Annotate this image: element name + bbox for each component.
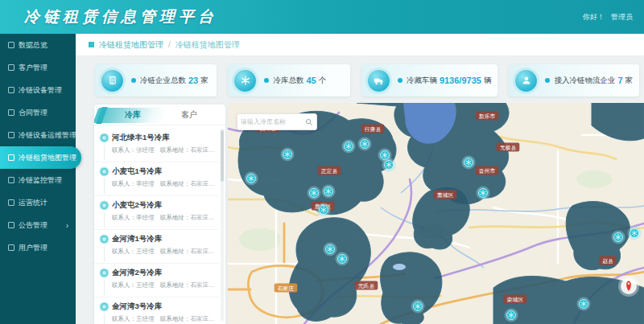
- park-area: [576, 170, 612, 188]
- sidebar-item-label: 用户管理: [19, 243, 47, 253]
- cold-storage-dot-icon: [101, 202, 108, 209]
- cold-storage-marker-11[interactable]: [324, 243, 337, 256]
- user-name: 管理员: [611, 12, 633, 23]
- sidebar-item-9[interactable]: 用户管理: [0, 236, 76, 259]
- menu-icon: [8, 87, 14, 93]
- stat-label: 冷藏车辆: [407, 76, 437, 86]
- stat-unit: 家: [625, 76, 634, 86]
- sidebar-item-8[interactable]: 公告管理›: [0, 214, 76, 236]
- storage-title: 金河湾1号冷库: [112, 234, 216, 244]
- chevron-right-icon: ›: [66, 221, 68, 230]
- stat-card-0: 冷链企业总数23家: [95, 64, 217, 96]
- cold-storage-dot-icon: [101, 269, 108, 277]
- stat-value: 45: [306, 76, 316, 85]
- district-label: 无极县: [497, 143, 520, 152]
- sidebar-item-label: 公告管理: [19, 220, 47, 231]
- list-scrollbar[interactable]: [221, 129, 224, 321]
- district-label: 晋州市: [476, 166, 499, 175]
- cold-storage-marker-14[interactable]: [505, 309, 518, 322]
- storage-list-panel: 冷库 客户 河北绿丰1号冷库联系人：张经理 联系地址：石家庄市长安区和平东路12…: [94, 105, 225, 324]
- storage-title: 金河湾2号冷库: [112, 268, 216, 278]
- sidebar-menu: 数据总览客户管理冷链设备管理合同管理冷链设备运维管理冷链租赁地图管理冷链监控管理…: [0, 34, 76, 324]
- breadcrumb: 冷链租赁地图管理 / 冷链租赁地图管理: [76, 34, 644, 56]
- storage-details: 联系人：王经理 联系地址：石家庄市桥西区中山西路68号: [112, 281, 216, 289]
- svg-text:石家庄: 石家庄: [278, 285, 295, 292]
- storage-list-item-1[interactable]: 小麦屯1号冷库联系人：李经理 联系地址：石家庄市正定县恒山东路88号: [94, 162, 219, 196]
- cold-storage-marker-2[interactable]: [308, 187, 321, 200]
- storage-list-item-5[interactable]: 金河湾3号冷库联系人：王经理 联系地址：石家庄市桥西区中山西路70号: [94, 297, 219, 324]
- cold-storage-marker-12[interactable]: [336, 252, 349, 266]
- cold-storage-marker-8[interactable]: [382, 158, 396, 172]
- tab-cold-storage[interactable]: 冷库: [125, 105, 141, 125]
- cold-storage-dot-icon: [101, 168, 108, 175]
- storage-list-item-4[interactable]: 金河湾2号冷库联系人：王经理 联系地址：石家庄市桥西区中山西路68号: [94, 264, 219, 297]
- map-canvas[interactable]: 灵寿县行唐县新乐市正定县无极县晋州市藁城区鹿泉区元氏县栾城区赵县石家庄: [228, 103, 644, 324]
- district-label: 赵县: [599, 256, 616, 265]
- search-icon[interactable]: [305, 118, 313, 126]
- storage-title: 金河湾3号冷库: [112, 301, 216, 312]
- svg-text:栾城区: 栾城区: [507, 297, 524, 302]
- sidebar-item-4[interactable]: 冷链设备运维管理: [0, 124, 76, 146]
- map-search-input[interactable]: [241, 118, 305, 125]
- district-label: 正定县: [318, 166, 341, 175]
- storage-title: 小麦屯2号冷库: [112, 200, 216, 211]
- cold-storage-marker-10[interactable]: [477, 187, 490, 200]
- cold-storage-marker-0[interactable]: [281, 148, 295, 162]
- small-lake: [393, 264, 406, 270]
- sidebar-item-1[interactable]: 客户管理: [0, 56, 76, 79]
- tab-customers[interactable]: 客户: [181, 105, 197, 125]
- cold-storage-marker-6[interactable]: [358, 137, 372, 151]
- storage-list-item-3[interactable]: 金河湾1号冷库联系人：王经理 联系地址：石家庄市桥西区中山西路66号: [94, 230, 219, 264]
- cold-storage-dot-icon: [101, 134, 108, 141]
- cold-storage-marker-5[interactable]: [342, 140, 356, 154]
- sidebar-item-label: 运营统计: [19, 198, 47, 208]
- svg-text:正定县: 正定县: [321, 168, 338, 174]
- cold-storage-marker-9[interactable]: [462, 156, 476, 170]
- storage-list-item-2[interactable]: 小麦屯2号冷库联系人：李经理 联系地址：石家庄市正定县恒山东路89号: [94, 196, 219, 230]
- cold-storage-marker-3[interactable]: [322, 185, 336, 199]
- svg-text:无极县: 无极县: [500, 145, 517, 151]
- truck-icon: [368, 70, 390, 92]
- stat-card-1: 冷库总数45个: [228, 64, 349, 96]
- timeline-line: [104, 212, 105, 228]
- breadcrumb-marker-icon: [89, 42, 94, 47]
- sidebar-item-6[interactable]: 冷链监控管理: [0, 169, 76, 191]
- cold-storage-marker-15[interactable]: [612, 231, 625, 244]
- breadcrumb-separator: /: [168, 40, 171, 49]
- cold-storage-marker-1[interactable]: [245, 172, 258, 186]
- storage-details: 联系人：王经理 联系地址：石家庄市桥西区中山西路70号: [112, 315, 216, 323]
- stat-label: 冷库总数: [273, 76, 303, 86]
- storage-details: 联系人：李经理 联系地址：石家庄市正定县恒山东路89号: [112, 214, 216, 222]
- cold-storage-marker-17[interactable]: [577, 297, 591, 311]
- cold-storage-marker-16[interactable]: [628, 227, 642, 240]
- storage-list-item-0[interactable]: 河北绿丰1号冷库联系人：张经理 联系地址：石家庄市长安区和平东路123号: [94, 129, 219, 162]
- svg-text:赵县: 赵县: [602, 258, 613, 265]
- stat-value: 9136/9735: [440, 76, 481, 85]
- breadcrumb-parent[interactable]: 冷链租赁地图管理: [99, 39, 163, 51]
- sidebar-item-7[interactable]: 运营统计: [0, 191, 76, 214]
- user-info[interactable]: 你好！ 管理员: [583, 0, 633, 34]
- app-title: 冷链租赁信息管理平台: [24, 6, 217, 27]
- sidebar-item-label: 冷链设备运维管理: [19, 130, 76, 141]
- storage-details: 联系人：张经理 联系地址：石家庄市长安区和平东路123号: [112, 146, 216, 154]
- sidebar-item-5[interactable]: 冷链租赁地图管理: [0, 146, 81, 169]
- stat-label: 冷链企业总数: [140, 76, 186, 86]
- park-area: [239, 228, 281, 251]
- building-icon: [101, 70, 123, 92]
- bullet-dot-icon: [545, 78, 550, 83]
- scrollbar-thumb[interactable]: [221, 130, 224, 182]
- cold-storage-marker-13[interactable]: [411, 300, 425, 314]
- sidebar-item-2[interactable]: 冷链设备管理: [0, 79, 76, 101]
- sidebar-item-3[interactable]: 合同管理: [0, 101, 76, 124]
- stat-cards-row: 冷链企业总数23家冷库总数45个冷藏车辆9136/9735辆接入冷链物流企业7家: [95, 64, 639, 96]
- location-pin-icon[interactable]: [618, 276, 639, 297]
- timeline-line: [104, 178, 105, 194]
- sidebar-item-label: 冷链监控管理: [19, 175, 62, 186]
- sidebar-item-0[interactable]: 数据总览: [0, 34, 76, 56]
- sidebar-item-label: 冷链设备管理: [19, 85, 62, 96]
- storage-details: 联系人：王经理 联系地址：石家庄市桥西区中山西路66号: [112, 248, 216, 256]
- cold-storage-dot-icon: [101, 236, 108, 243]
- storage-title: 河北绿丰1号冷库: [112, 133, 216, 143]
- cold-storage-marker-4[interactable]: [317, 203, 331, 217]
- user-icon: [515, 70, 537, 92]
